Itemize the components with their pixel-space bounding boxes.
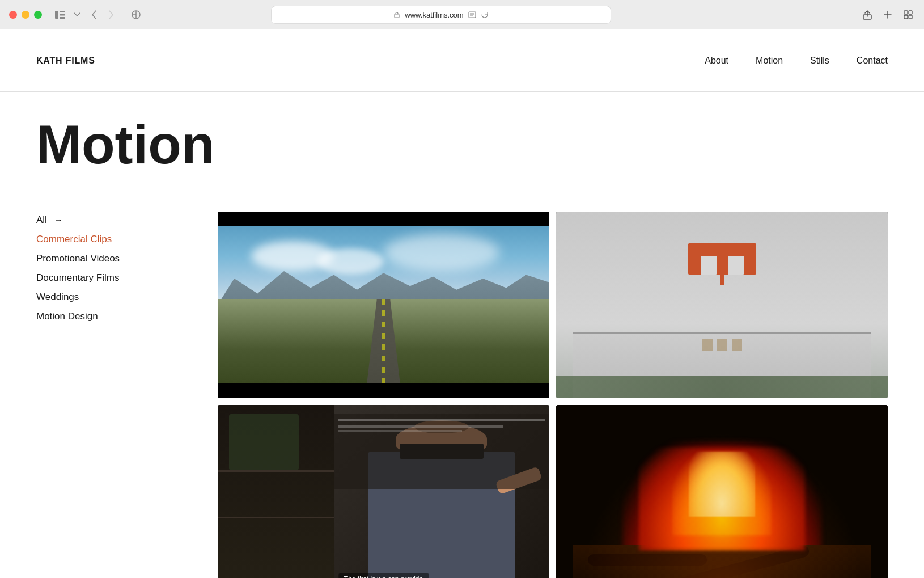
video-card-desert[interactable] — [218, 212, 549, 398]
address-bar[interactable]: www.katfilms.com — [271, 6, 611, 24]
browser-chrome: www.katfilms.com — [0, 0, 924, 29]
desert-scene — [218, 212, 549, 398]
browser-nav-icons — [53, 8, 118, 22]
site-logo[interactable]: KATH FILMS — [36, 56, 95, 66]
nav-motion[interactable]: Motion — [756, 56, 783, 66]
letterbox-top — [218, 212, 549, 226]
video-card-fire[interactable] — [556, 405, 888, 578]
filter-all[interactable]: All → — [36, 212, 195, 229]
forward-icon[interactable] — [104, 8, 118, 22]
fire-scene — [556, 405, 888, 578]
shelf-2 — [218, 517, 334, 518]
page-content: Motion All → Commercial Clips Promotiona… — [0, 115, 924, 578]
filter-motion-design-label: Motion Design — [36, 311, 98, 322]
window-3 — [732, 339, 742, 351]
letterbox-bottom — [218, 383, 549, 398]
filter-motion-design[interactable]: Motion Design — [36, 308, 195, 325]
browser-toolbar — [861, 8, 915, 22]
traffic-lights — [9, 11, 42, 19]
person-scene: The first is we can provide — [218, 405, 549, 578]
video-card-person[interactable]: The first is we can provide — [218, 405, 549, 578]
close-button[interactable] — [9, 11, 17, 19]
minimize-button[interactable] — [22, 11, 29, 19]
back-icon[interactable] — [87, 8, 101, 22]
reader-icon[interactable] — [468, 11, 476, 19]
svg-rect-20 — [720, 275, 724, 285]
shelf-area — [218, 405, 334, 578]
site-header: KATH FILMS About Motion Stills Contact — [0, 29, 924, 92]
window-2 — [717, 339, 727, 351]
svg-rect-5 — [395, 14, 399, 18]
nav-contact[interactable]: Contact — [857, 56, 888, 66]
menu-line-1 — [338, 419, 545, 421]
menu-line-3 — [338, 430, 463, 432]
sidebar-toggle-icon[interactable] — [53, 8, 67, 22]
shelf-1 — [218, 470, 334, 472]
video-grid: The first is we can provide — [218, 212, 888, 578]
svg-rect-19 — [728, 256, 744, 275]
filter-arrow-icon: → — [54, 215, 63, 225]
filter-weddings-label: Weddings — [36, 292, 79, 303]
svg-rect-0 — [55, 11, 58, 19]
site-wrapper: KATH FILMS About Motion Stills Contact M… — [0, 29, 924, 578]
lock-icon — [393, 11, 400, 18]
nav-stills[interactable]: Stills — [810, 56, 829, 66]
svg-rect-13 — [904, 11, 908, 14]
filter-commercial[interactable]: Commercial Clips — [36, 231, 195, 248]
maximize-button[interactable] — [34, 11, 42, 19]
svg-rect-3 — [60, 17, 65, 19]
svg-rect-14 — [909, 11, 912, 14]
menu-line-2 — [338, 425, 503, 428]
new-tab-icon[interactable] — [881, 8, 895, 22]
main-layout: All → Commercial Clips Promotional Video… — [36, 193, 888, 578]
building-scene — [556, 212, 888, 398]
chevron-down-icon[interactable] — [70, 8, 84, 22]
filter-weddings[interactable]: Weddings — [36, 289, 195, 306]
filter-commercial-label: Commercial Clips — [36, 234, 112, 245]
orange-logo — [688, 243, 756, 291]
window-1 — [702, 339, 713, 351]
share-icon[interactable] — [861, 8, 874, 22]
page-title: Motion — [36, 115, 888, 175]
menu-text — [334, 414, 549, 437]
ambient-glow — [556, 405, 888, 578]
grid-icon[interactable] — [901, 8, 915, 22]
filter-documentary[interactable]: Documentary Films — [36, 269, 195, 286]
plant-pot — [229, 414, 299, 470]
filter-list: All → Commercial Clips Promotional Video… — [36, 212, 195, 325]
theme-icon[interactable] — [129, 8, 143, 22]
svg-rect-18 — [701, 256, 717, 275]
cloud-3 — [384, 234, 500, 271]
desert-road-line — [382, 299, 385, 383]
svg-rect-1 — [60, 11, 65, 12]
nav-about[interactable]: About — [705, 56, 728, 66]
video-card-logo[interactable] — [556, 212, 888, 398]
refresh-icon[interactable] — [481, 11, 489, 19]
filter-documentary-label: Documentary Films — [36, 272, 119, 284]
svg-rect-2 — [60, 14, 65, 16]
sidebar: All → Commercial Clips Promotional Video… — [36, 212, 218, 578]
svg-rect-16 — [909, 15, 912, 19]
filter-promotional[interactable]: Promotional Videos — [36, 250, 195, 267]
building-windows — [573, 334, 871, 351]
svg-rect-17 — [688, 243, 756, 275]
filter-promotional-label: Promotional Videos — [36, 253, 120, 264]
menu-board — [334, 414, 549, 489]
filter-all-label: All — [36, 214, 47, 226]
url-text: www.katfilms.com — [405, 11, 463, 19]
tree-line — [556, 376, 888, 398]
cloud-2 — [317, 248, 384, 275]
subtitle-bar: The first is we can provide — [338, 573, 429, 578]
site-nav: About Motion Stills Contact — [705, 56, 888, 66]
svg-rect-15 — [904, 15, 908, 19]
